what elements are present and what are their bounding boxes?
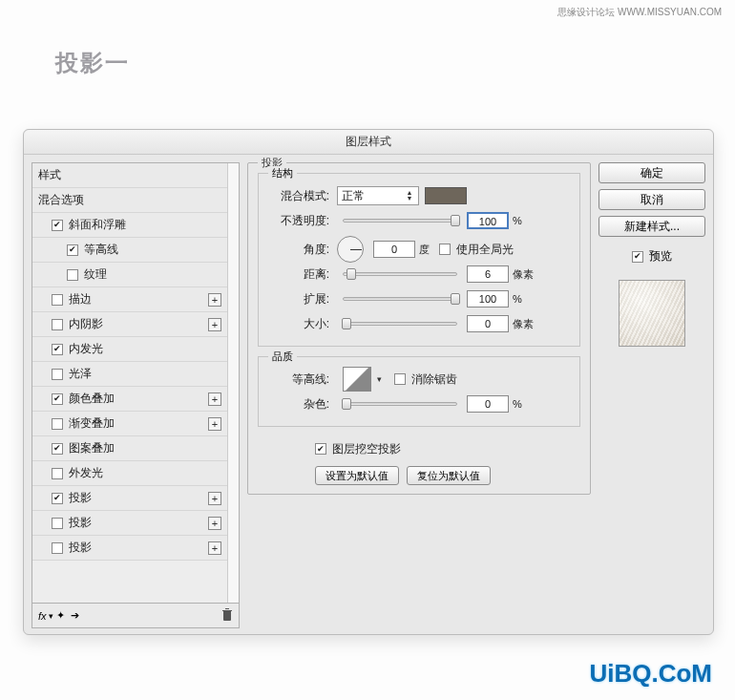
page-title: 投影一 xyxy=(55,48,130,78)
style-item-10[interactable]: 外发光 xyxy=(32,461,227,486)
move-up-icon[interactable]: ✦ xyxy=(56,609,65,622)
style-item-label: 内阴影 xyxy=(69,316,103,332)
style-item-12[interactable]: 投影+ xyxy=(32,511,227,536)
style-list-header-blending[interactable]: 混合选项 xyxy=(32,188,227,213)
global-light-label: 使用全局光 xyxy=(456,242,514,258)
style-item-label: 斜面和浮雕 xyxy=(69,217,126,233)
style-item-5[interactable]: 内发光 xyxy=(32,337,227,362)
noise-input[interactable]: 0 xyxy=(467,395,509,413)
style-item-label: 渐变叠加 xyxy=(69,415,115,432)
size-slider[interactable] xyxy=(343,322,457,326)
add-effect-button[interactable]: + xyxy=(208,318,221,331)
style-list-scrollbar[interactable] xyxy=(227,163,239,603)
antialias-label: 消除锯齿 xyxy=(411,371,457,388)
noise-slider[interactable] xyxy=(343,402,457,406)
style-list-header-styles[interactable]: 样式 xyxy=(32,163,227,188)
style-checkbox[interactable] xyxy=(67,244,78,256)
add-effect-button[interactable]: + xyxy=(208,293,221,307)
fx-icon[interactable]: fx xyxy=(38,610,47,622)
preview-thumbnail xyxy=(619,280,685,347)
styles-panel: 样式 混合选项 斜面和浮雕等高线纹理描边+内阴影+内发光光泽颜色叠加+渐变叠加+… xyxy=(32,162,240,628)
contour-label: 等高线: xyxy=(268,371,329,388)
style-item-9[interactable]: 图案叠加 xyxy=(32,436,227,461)
drop-shadow-group: 投影 结构 混合模式: 正常▲▼ 不透明度: 100 % xyxy=(247,162,591,495)
style-checkbox[interactable] xyxy=(52,369,63,380)
trash-icon[interactable] xyxy=(221,608,233,624)
distance-input[interactable]: 6 xyxy=(467,265,509,283)
spread-input[interactable]: 100 xyxy=(467,290,509,308)
style-item-label: 光泽 xyxy=(69,366,92,382)
style-item-label: 内发光 xyxy=(69,341,103,357)
angle-dial[interactable] xyxy=(337,236,364,263)
style-item-1[interactable]: 等高线 xyxy=(32,238,227,263)
knockout-label: 图层挖空投影 xyxy=(332,441,401,457)
watermark-text: 思缘设计论坛 WWW.MISSYUAN.COM xyxy=(557,6,722,19)
new-style-button[interactable]: 新建样式... xyxy=(598,216,705,237)
layer-style-dialog: 图层样式 样式 混合选项 斜面和浮雕等高线纹理描边+内阴影+内发光光泽颜色叠加+… xyxy=(23,129,714,635)
style-checkbox[interactable] xyxy=(52,319,63,330)
dialog-title: 图层样式 xyxy=(24,130,713,155)
global-light-checkbox[interactable] xyxy=(439,244,451,255)
add-effect-button[interactable]: + xyxy=(208,492,221,505)
opacity-label: 不透明度: xyxy=(268,213,329,229)
style-item-11[interactable]: 投影+ xyxy=(32,486,227,511)
contour-dropdown-icon[interactable]: ▾ xyxy=(377,374,387,384)
style-item-label: 外发光 xyxy=(69,465,103,481)
style-item-label: 纹理 xyxy=(84,266,107,283)
distance-slider[interactable] xyxy=(343,272,457,276)
opacity-slider[interactable] xyxy=(343,219,457,223)
style-checkbox[interactable] xyxy=(52,294,63,306)
size-input[interactable]: 0 xyxy=(467,315,509,332)
style-item-label: 投影 xyxy=(69,540,92,556)
style-checkbox[interactable] xyxy=(67,269,78,281)
add-effect-button[interactable]: + xyxy=(208,417,221,431)
blend-mode-select[interactable]: 正常▲▼ xyxy=(337,186,419,205)
distance-label: 距离: xyxy=(268,266,329,283)
move-down-icon[interactable]: ➔ xyxy=(71,609,79,622)
right-button-panel: 确定 取消 新建样式... 预览 xyxy=(598,162,705,628)
style-checkbox[interactable] xyxy=(52,468,63,479)
style-item-label: 图案叠加 xyxy=(69,440,115,456)
style-item-13[interactable]: 投影+ xyxy=(32,536,227,561)
style-item-label: 投影 xyxy=(69,515,92,531)
style-checkbox[interactable] xyxy=(52,344,63,355)
style-item-0[interactable]: 斜面和浮雕 xyxy=(32,213,227,238)
style-checkbox[interactable] xyxy=(52,393,63,405)
style-item-label: 等高线 xyxy=(84,242,118,258)
make-default-button[interactable]: 设置为默认值 xyxy=(315,466,399,485)
style-item-4[interactable]: 内阴影+ xyxy=(32,312,227,337)
size-label: 大小: xyxy=(268,316,329,332)
add-effect-button[interactable]: + xyxy=(208,392,221,406)
style-checkbox[interactable] xyxy=(52,493,63,504)
style-checkbox[interactable] xyxy=(52,518,63,529)
add-effect-button[interactable]: + xyxy=(208,517,221,530)
style-item-2[interactable]: 纹理 xyxy=(32,263,227,287)
style-item-7[interactable]: 颜色叠加+ xyxy=(32,387,227,412)
cancel-button[interactable]: 取消 xyxy=(598,189,705,210)
style-checkbox[interactable] xyxy=(52,542,63,554)
shadow-color-swatch[interactable] xyxy=(425,187,467,204)
antialias-checkbox[interactable] xyxy=(394,373,406,385)
style-checkbox[interactable] xyxy=(52,418,63,430)
add-effect-button[interactable]: + xyxy=(208,541,221,555)
angle-label: 角度: xyxy=(268,242,329,258)
opacity-input[interactable]: 100 xyxy=(467,212,509,229)
spread-slider[interactable] xyxy=(343,297,457,301)
structure-group: 结构 混合模式: 正常▲▼ 不透明度: 100 % xyxy=(258,173,580,347)
style-item-3[interactable]: 描边+ xyxy=(32,287,227,312)
preview-label: 预览 xyxy=(649,248,672,265)
angle-input[interactable]: 0 xyxy=(373,241,415,258)
style-item-6[interactable]: 光泽 xyxy=(32,362,227,387)
preview-checkbox[interactable] xyxy=(632,251,643,263)
ok-button[interactable]: 确定 xyxy=(598,162,705,183)
contour-picker[interactable] xyxy=(343,367,371,392)
style-checkbox[interactable] xyxy=(52,220,63,231)
spread-label: 扩展: xyxy=(268,291,329,308)
style-item-8[interactable]: 渐变叠加+ xyxy=(32,412,227,436)
reset-default-button[interactable]: 复位为默认值 xyxy=(407,466,491,485)
knockout-checkbox[interactable] xyxy=(315,443,326,455)
style-list[interactable]: 样式 混合选项 斜面和浮雕等高线纹理描边+内阴影+内发光光泽颜色叠加+渐变叠加+… xyxy=(32,162,240,604)
quality-group: 品质 等高线: ▾ 消除锯齿 杂色: 0 % xyxy=(258,356,580,427)
style-item-label: 描边 xyxy=(69,291,92,308)
style-checkbox[interactable] xyxy=(52,443,63,455)
